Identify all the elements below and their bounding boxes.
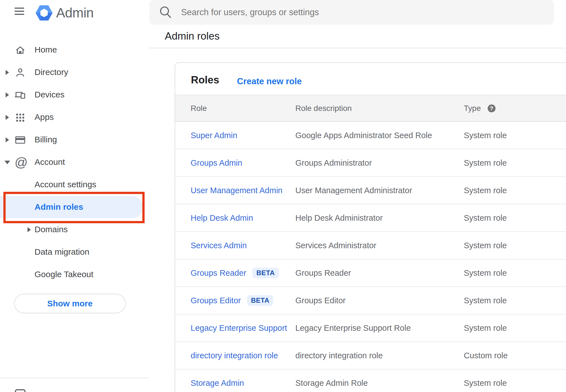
role-description: Google Apps Administrator Seed Role: [295, 131, 458, 140]
admin-logo-icon: [36, 5, 53, 22]
role-cell: Groups Editor BETA: [191, 295, 295, 306]
show-more-button[interactable]: Show more: [14, 294, 126, 313]
role-link[interactable]: Help Desk Admin: [191, 213, 253, 223]
role-type: System role: [464, 213, 507, 223]
sidebar-item-label: Apps: [35, 112, 54, 122]
table-header-row: Role Role description Type ?: [175, 95, 566, 122]
roles-panel: Roles Create new role Role Role descript…: [175, 62, 566, 392]
sidebar-item-account[interactable]: @ Account: [0, 151, 149, 174]
role-type: System role: [464, 268, 507, 278]
search-icon: [159, 6, 172, 20]
expand-arrow-icon[interactable]: [6, 70, 9, 75]
sidebar-item-label: Domains: [35, 225, 68, 234]
sidebar-item-google-takeout[interactable]: Google Takeout: [0, 263, 149, 286]
role-description: Groups Administrator: [295, 158, 458, 168]
role-description: Groups Reader: [295, 268, 458, 278]
role-link[interactable]: Groups Admin: [191, 158, 242, 168]
beta-badge: BETA: [252, 268, 279, 278]
sidebar-item-label: Account settings: [35, 180, 96, 189]
role-link[interactable]: directory integration role: [191, 351, 278, 360]
table-row: Groups Editor BETA Groups Editor System …: [175, 287, 566, 314]
role-link[interactable]: Storage Admin: [191, 379, 244, 388]
sidebar-item-label: Account: [35, 157, 65, 167]
sidebar-divider: [0, 378, 149, 378]
sidebar-item-label: Google Takeout: [35, 270, 93, 279]
sidebar-item-label: Directory: [35, 67, 68, 77]
table-row: Legacy Enterprise Support Legacy Enterpr…: [175, 314, 566, 342]
role-type: System role: [464, 323, 507, 333]
roles-table-body: Super Admin Google Apps Administrator Se…: [175, 122, 566, 392]
role-cell: Groups Reader BETA: [191, 268, 295, 278]
role-link[interactable]: Groups Reader: [191, 268, 246, 278]
expand-arrow-icon[interactable]: [6, 115, 9, 120]
role-description: Services Administrator: [295, 241, 458, 250]
role-link[interactable]: Services Admin: [191, 241, 247, 250]
column-header-role: Role: [191, 104, 207, 113]
show-more-label: Show more: [47, 299, 93, 308]
search-placeholder-text: Search for users, groups or settings: [181, 0, 319, 25]
sidebar-item-home[interactable]: Home: [0, 39, 149, 61]
role-description: directory integration role: [295, 351, 458, 360]
role-type: System role: [464, 158, 507, 168]
role-description: Legacy Enterprise Support Role: [295, 323, 458, 333]
sidebar-item-apps[interactable]: Apps: [0, 106, 149, 129]
role-description: User Management Administrator: [295, 186, 458, 195]
sidebar: Admin Home Directory: [0, 0, 149, 392]
role-cell: directory integration role: [191, 351, 295, 360]
credit-card-icon: [15, 134, 26, 145]
expand-arrow-icon[interactable]: [28, 227, 31, 232]
column-header-description: Role description: [295, 104, 352, 113]
expand-arrow-icon[interactable]: [6, 137, 9, 142]
devices-icon: [15, 89, 26, 101]
table-row: Services Admin Services Administrator Sy…: [175, 232, 566, 259]
menu-hamburger-icon[interactable]: [14, 7, 25, 16]
role-description: Storage Admin Role: [295, 379, 458, 388]
sidebar-item-devices[interactable]: Devices: [0, 84, 149, 106]
role-cell: Help Desk Admin: [191, 213, 295, 223]
beta-badge: BETA: [247, 295, 273, 306]
role-cell: Storage Admin: [191, 379, 295, 388]
role-cell: Services Admin: [191, 241, 295, 250]
role-type: System role: [464, 241, 507, 250]
clipped-bottom-icon: [15, 389, 26, 392]
role-cell: Super Admin: [191, 131, 295, 140]
role-type: System role: [464, 379, 507, 388]
sidebar-item-account-settings[interactable]: Account settings: [0, 174, 149, 196]
global-search-bar[interactable]: Search for users, groups or settings: [149, 0, 554, 25]
sidebar-item-admin-roles-selected[interactable]: Admin roles: [0, 196, 143, 218]
role-type: System role: [464, 296, 507, 305]
expand-arrow-icon[interactable]: [6, 92, 9, 97]
table-row: Help Desk Admin Help Desk Administrator …: [175, 204, 566, 232]
at-sign-icon: @: [15, 157, 26, 168]
column-header-type: Type ?: [464, 104, 496, 113]
role-type: System role: [464, 131, 507, 140]
table-row: Storage Admin Storage Admin Role System …: [175, 370, 566, 392]
sidebar-item-label: Devices: [35, 90, 65, 99]
role-link[interactable]: Legacy Enterprise Support: [191, 323, 287, 333]
help-icon[interactable]: ?: [488, 104, 496, 112]
role-link[interactable]: User Management Admin: [191, 186, 282, 195]
home-icon: [15, 44, 26, 56]
sidebar-item-label: Billing: [35, 135, 57, 144]
sidebar-item-label: Home: [35, 45, 57, 54]
sidebar-item-billing[interactable]: Billing: [0, 129, 149, 151]
apps-grid-icon: [15, 112, 26, 123]
role-type: System role: [464, 186, 507, 195]
sidebar-item-directory[interactable]: Directory: [0, 61, 149, 84]
role-description: Groups Editor: [295, 296, 458, 305]
role-cell: Groups Admin: [191, 158, 295, 168]
sidebar-item-label: Data migration: [35, 247, 89, 257]
role-type: Custom role: [464, 351, 508, 360]
sidebar-item-domains[interactable]: Domains: [0, 218, 149, 241]
role-link[interactable]: Super Admin: [191, 131, 237, 140]
create-new-role-link[interactable]: Create new role: [237, 76, 302, 86]
role-cell: Legacy Enterprise Support: [191, 323, 295, 333]
collapse-arrow-icon[interactable]: [4, 161, 10, 164]
breadcrumb: Admin roles: [165, 30, 220, 42]
sidebar-item-data-migration[interactable]: Data migration: [0, 241, 149, 263]
panel-title: Roles: [191, 74, 219, 86]
table-row: directory integration role directory int…: [175, 342, 566, 370]
role-description: Help Desk Administrator: [295, 213, 458, 223]
role-link[interactable]: Groups Editor: [191, 296, 241, 305]
table-row: Groups Reader BETA Groups Reader System …: [175, 259, 566, 287]
